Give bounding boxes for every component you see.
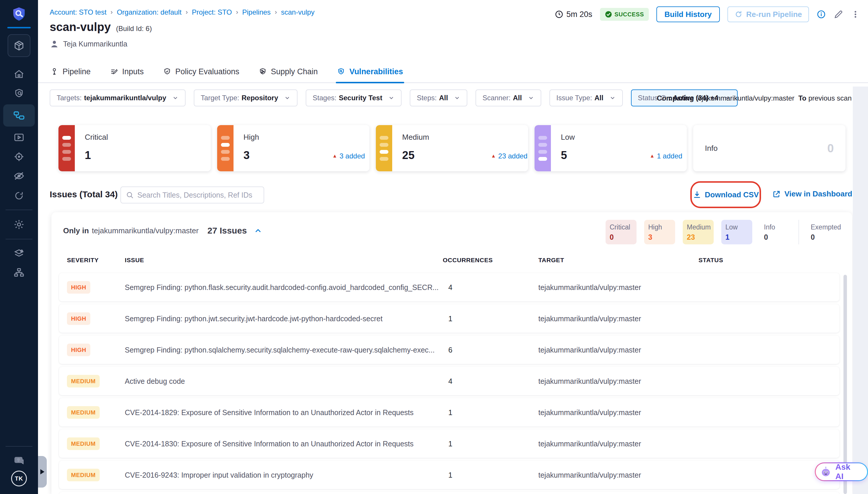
sidebar-item-org-settings[interactable] [3,244,35,263]
shield-scan-icon [14,88,24,99]
tab-inputs[interactable]: Inputs [110,60,144,83]
help-chat-button[interactable]: ? [3,451,35,471]
download-csv-button[interactable]: Download CSV [693,190,759,200]
issue-occurrences: 4 [448,377,452,385]
person-icon [50,39,59,49]
rerun-pipeline-button[interactable]: Re-run Pipeline [728,6,809,22]
issues-search-input[interactable] [137,191,259,200]
tab-policy-evaluations[interactable]: Policy Evaluations [163,60,239,83]
filter-select[interactable]: Scanner: All [476,90,541,107]
ask-ai-button[interactable]: Ask AI [815,462,868,481]
issue-table-row[interactable]: MEDIUM CVE-2014-1830: Exposure of Sensit… [59,430,840,458]
severity-chip[interactable]: Medium 23 [683,220,714,244]
info-card-count: 0 [827,142,834,155]
info-card-label: Info [705,144,717,153]
sidebar-divider [5,210,33,210]
issues-search[interactable] [120,187,264,204]
issue-title: Semgrep Finding: python.sqlalchemy.secur… [125,345,435,354]
sidebar-item-pipelines[interactable] [3,104,35,127]
info-severity-card[interactable]: Info 0 [693,125,846,171]
status-badge: SUCCESS [600,8,649,21]
severity-chip[interactable]: Critical 0 [605,220,637,244]
filter-select[interactable]: Steps: All [410,90,467,107]
home-icon [14,69,24,80]
issue-occurrences: 6 [448,345,452,354]
sidebar-item-getting-started[interactable] [3,186,35,205]
severity-chip[interactable]: High 3 [644,220,675,244]
eye-off-icon [13,170,25,182]
module-cube-icon [13,40,25,52]
filter-select[interactable]: Stages: Security Test [306,90,402,107]
severity-band-icon [217,125,233,171]
kebab-menu-icon[interactable] [851,10,860,19]
issues-total-heading: Issues (Total 34) [50,189,118,200]
severity-card[interactable]: Medium 25 ▲23 added [376,125,528,171]
module-selector-button[interactable] [7,34,31,57]
edit-pencil-icon[interactable] [833,10,844,19]
filter-select[interactable]: Issue Type: All [549,90,623,107]
sidebar-divider [5,239,33,240]
view-in-dashboard-button[interactable]: View in Dashboard [772,189,852,198]
filter-select[interactable]: Target Type: Repository [194,90,297,107]
sto-logo-icon[interactable] [12,6,26,23]
issue-target: tejakummarikuntla/vulpy:master [538,408,641,417]
tab-vulnerabilities[interactable]: Vulnerabilities [337,60,403,83]
sidebar-item-exemptions[interactable] [3,166,35,186]
severity-card[interactable]: Low 5 ▲1 added [535,125,687,171]
issue-title: CVE-2014-1830: Exposure of Sensitive Inf… [125,439,413,448]
build-history-button[interactable]: Build History [656,6,720,22]
issue-title: Semgrep Finding: python.jwt.security.jwt… [125,314,383,323]
app-root: ? TK Account: STO test›Organization: def… [0,0,868,494]
user-avatar[interactable]: TK [11,471,27,487]
breadcrumb-item[interactable]: Organization: default› [117,8,188,16]
left-nav-sidebar: ? TK [0,0,38,494]
sidebar-item-project-settings[interactable] [3,215,35,234]
issue-table-row[interactable]: HIGH Semgrep Finding: python.flask.secur… [59,273,840,301]
sidebar-item-account-settings[interactable] [3,263,35,283]
issue-table-row[interactable]: HIGH Semgrep Finding: python.sqlalchemy.… [59,336,840,364]
breadcrumb-item[interactable]: Pipelines› [242,8,277,16]
nav-active-underline [7,27,31,28]
severity-badge: HIGH [67,343,90,356]
severity-card-count: 1 [85,149,91,162]
issue-table-row[interactable]: HIGH Semgrep Finding: python.jwt.securit… [59,304,840,332]
search-icon [126,191,134,199]
issue-table-row[interactable]: MEDIUM CVE-2017-11424: PyJWT vulnerable … [59,492,840,494]
severity-card[interactable]: Critical 1 ▲ [58,125,211,171]
tab-pipeline[interactable]: Pipeline [50,60,91,83]
breadcrumb-item[interactable]: Project: STO› [192,8,238,16]
severity-badge: HIGH [67,312,90,325]
sidebar-expand-handle[interactable] [38,456,47,488]
refresh-icon [734,10,742,18]
table-scrollbar[interactable] [844,275,847,494]
severity-chip[interactable]: Low 1 [721,220,752,244]
severity-card[interactable]: High 3 ▲3 added [217,125,369,171]
crosshair-icon [14,151,24,162]
severity-chip[interactable]: Exempted 0 [807,220,837,244]
issue-title: CVE-2016-9243: Improper input validation… [125,471,313,479]
severity-card-added: ▲1 added [650,152,682,160]
severity-card-label: Medium [402,133,429,142]
severity-band-icon [535,125,551,171]
severity-chip[interactable]: Info 0 [760,220,791,244]
download-icon [693,190,701,199]
issue-table-row[interactable]: MEDIUM CVE-2016-9243: Improper input val… [59,461,840,489]
breadcrumb-item[interactable]: scan-vulpy [281,8,314,16]
chevron-up-icon[interactable] [254,227,262,235]
issue-table-row[interactable]: MEDIUM CVE-2014-1829: Exposure of Sensit… [59,398,840,426]
sidebar-item-executions[interactable] [3,128,35,147]
breadcrumb-item[interactable]: Account: STO test› [50,8,113,16]
issue-group-header[interactable]: Only in tejakummarikuntla/vulpy:master 2… [63,226,262,235]
chevron-down-icon [284,95,290,101]
sidebar-item-targets[interactable] [3,147,35,166]
issue-occurrences: 1 [448,471,452,479]
sidebar-item-test-targets[interactable] [3,84,35,103]
filter-select[interactable]: Targets: tejakummarikuntla/vulpy [50,90,186,107]
severity-card-label: Low [561,133,575,142]
issue-table-row[interactable]: MEDIUM Active debug code 4 tejakummariku… [59,367,840,395]
build-duration: 5m 20s [555,10,592,19]
hierarchy-gear-icon [13,267,25,279]
sidebar-item-home[interactable] [3,64,35,84]
info-icon[interactable] [816,10,826,19]
tab-supply-chain[interactable]: Supply Chain [259,60,318,83]
